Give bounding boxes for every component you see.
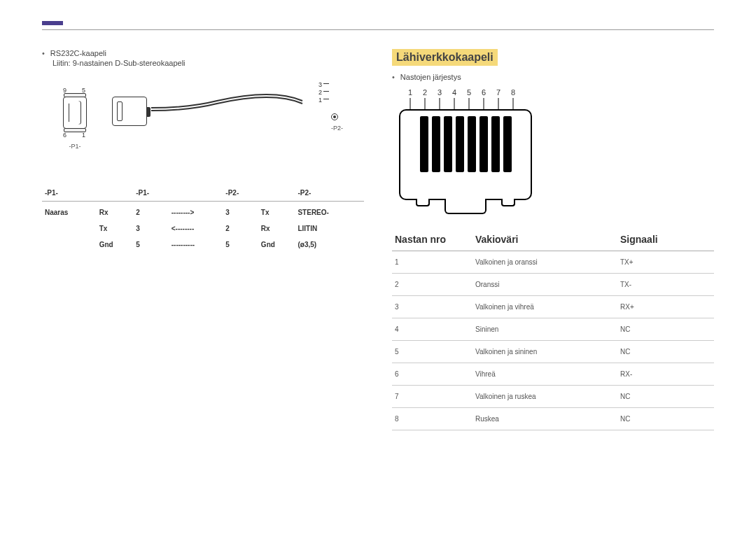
rs-cell: Gnd: [258, 237, 295, 253]
table-cell: TX+: [617, 251, 714, 274]
rs-th-0: -P1-: [42, 185, 97, 202]
table-cell: Valkoinen ja sininen: [472, 341, 617, 363]
rs-cell: Rx: [97, 202, 134, 221]
pin-num: 8: [509, 88, 517, 97]
dsub-connector-left-icon: [63, 97, 87, 129]
table-row: 1Valkoinen ja oranssiTX+: [392, 251, 714, 274]
pin-num: 7: [494, 88, 503, 97]
header-rule: [42, 29, 714, 30]
pin-num: 3: [435, 88, 444, 97]
table-cell: RX+: [617, 296, 714, 318]
lan-th-2: Signaali: [617, 228, 714, 251]
table-cell: 3: [392, 296, 472, 318]
rs-cell: Gnd: [97, 237, 134, 253]
table-row: 5Valkoinen ja sininenNC: [392, 341, 714, 363]
pin-num: 4: [450, 88, 458, 97]
table-cell: NC: [617, 386, 714, 408]
table-row: 7Valkoinen ja ruskeaNC: [392, 386, 714, 408]
rs-cell: 3: [133, 220, 169, 237]
table-cell: 7: [392, 386, 472, 408]
bullet-icon: •: [392, 73, 395, 81]
rs-th-5: [258, 185, 295, 202]
table-cell: RX-: [617, 363, 714, 386]
table-cell: 5: [392, 341, 472, 363]
rs232-diagram: 9 5 6 1 -P1- 3: [42, 80, 364, 171]
rs-th-3: [169, 185, 223, 202]
lan-bullet-text: Nastojen järjestys: [400, 73, 461, 81]
jack-label-1: 1: [318, 97, 322, 104]
pin-label-1: 1: [82, 132, 85, 139]
left-column: • RS232C-kaapeli Liitin: 9-nastainen D-S…: [42, 49, 364, 430]
jack-label-2: 2: [318, 89, 322, 97]
rs-th-6: -P2-: [295, 185, 364, 202]
rs-cell: Tx: [258, 202, 295, 221]
rs-cell: 2: [133, 202, 169, 221]
p1-label: -P1-: [63, 143, 87, 150]
table-cell: 4: [392, 318, 472, 341]
page-content: • RS232C-kaapeli Liitin: 9-nastainen D-S…: [42, 49, 714, 430]
table-row: 6VihreäRX-: [392, 363, 714, 386]
pin-num: 6: [479, 88, 488, 97]
pin-num: 1: [406, 88, 414, 97]
table-cell: Ruskea: [472, 408, 617, 430]
table-cell: 8: [392, 408, 472, 430]
rs-cell: STEREO-: [295, 202, 364, 221]
lan-tbody: 1Valkoinen ja oranssiTX+2OranssiTX-3Valk…: [392, 251, 714, 430]
table-cell: TX-: [617, 274, 714, 296]
rs-cell: Naaras: [42, 202, 97, 221]
rs-cell: LIITIN: [295, 220, 364, 237]
table-cell: NC: [617, 341, 714, 363]
table-row: 8RuskeaNC: [392, 408, 714, 430]
table-cell: 1: [392, 251, 472, 274]
stereo-jack-icon: -P2-: [331, 113, 343, 132]
table-cell: 2: [392, 274, 472, 296]
rs-th-2: -P1-: [133, 185, 169, 202]
table-cell: Valkoinen ja vihreä: [472, 296, 617, 318]
cable-line-icon: [147, 80, 308, 143]
dsub-side-icon: [112, 97, 147, 126]
rs-cell: -------->: [169, 202, 223, 221]
rs232-subline: Liitin: 9-nastainen D-Sub-stereokaapeli: [52, 59, 364, 67]
table-cell: Valkoinen ja oranssi: [472, 251, 617, 274]
rs-cell: 5: [223, 237, 258, 253]
rs-cell: 3: [223, 202, 258, 221]
rs-cell: Rx: [258, 220, 295, 237]
table-cell: Sininen: [472, 318, 617, 341]
p2-label: -P2-: [331, 125, 343, 132]
table-row: 2OranssiTX-: [392, 274, 714, 296]
table-cell: NC: [617, 318, 714, 341]
rs-th-1: [97, 185, 134, 202]
rs-cell: Tx: [97, 220, 134, 237]
header-accent: [42, 21, 63, 25]
rs-cell: 2: [223, 220, 258, 237]
rj45-diagram: 1 2 3 4 5 6 7 8: [392, 88, 714, 214]
bullet-icon: •: [42, 49, 45, 57]
pin-label-6: 6: [63, 132, 66, 139]
rs-tbody: Naaras Rx 2 --------> 3 Tx STEREO- Tx 3 …: [42, 202, 364, 253]
lan-bullet: • Nastojen järjestys: [392, 73, 714, 81]
rs-cell: ----------: [169, 237, 223, 253]
lan-pinout-table: Nastan nro Vakioväri Signaali 1Valkoinen…: [392, 228, 714, 430]
lan-th-1: Vakioväri: [472, 228, 617, 251]
rj45-pin-numbers: 1 2 3 4 5 6 7 8: [406, 88, 517, 97]
lan-th-0: Nastan nro: [392, 228, 472, 251]
pin-num: 2: [421, 88, 429, 97]
rs-cell: <--------: [169, 220, 223, 237]
rs232-title: RS232C-kaapeli: [50, 49, 106, 57]
rs232-bullet: • RS232C-kaapeli: [42, 49, 364, 57]
table-cell: 6: [392, 363, 472, 386]
table-cell: Oranssi: [472, 274, 617, 296]
table-cell: Vihreä: [472, 363, 617, 386]
rs-cell: (ø3,5): [295, 237, 364, 253]
lan-section-title: Lähiverkkokaapeli: [392, 49, 498, 66]
table-cell: Valkoinen ja ruskea: [472, 386, 617, 408]
rs-th-4: -P2-: [223, 185, 258, 202]
rj45-body-icon: [399, 109, 532, 200]
pin-num: 5: [465, 88, 473, 97]
rs-cell: [42, 220, 97, 237]
rs232-pinout-table: -P1- -P1- -P2- -P2- Naaras Rx 2 --------…: [42, 185, 364, 253]
table-row: 4SininenNC: [392, 318, 714, 341]
rs-cell: [42, 237, 97, 253]
jack-label-3: 3: [318, 81, 322, 89]
table-row: 3Valkoinen ja vihreäRX+: [392, 296, 714, 318]
